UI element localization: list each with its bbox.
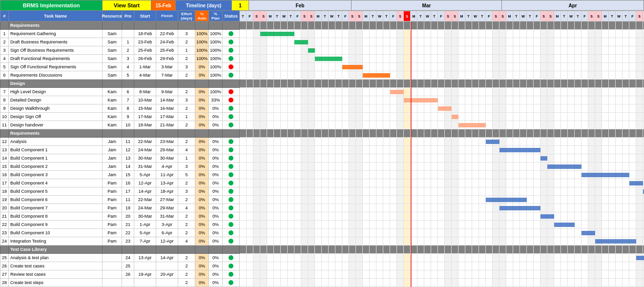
gantt-cell [383,121,390,129]
gantt-cell [335,270,342,279]
cell-task: Build Component 1 [9,146,103,154]
gantt-cell [629,171,636,179]
cell-task: Build Component 7 [9,204,103,212]
gantt-cell [602,221,609,229]
today-line [411,179,412,187]
gantt-cell [322,171,329,179]
gantt-cell [629,262,636,270]
gantt-cell [240,179,247,187]
gantt-cell [301,63,308,71]
gantt-cell [363,38,370,46]
gantt-cell [376,113,383,121]
gantt-cell [240,55,247,63]
gantt-cell [561,279,568,287]
cell-effort: 3 [178,63,195,71]
cell-effort: 2 [178,121,195,129]
gantt-cell [527,46,534,55]
gantt-cell [308,63,315,71]
gantt-bar [547,164,582,169]
gantt-cell [329,96,335,104]
gantt-cell [342,237,349,246]
cell-finish: 21-Mar [156,121,178,129]
today-line [411,88,412,96]
gantt-cell [322,163,329,171]
gantt-cell [472,113,479,121]
gantt-cell [438,129,445,138]
cell-finish: 27-Mar [156,196,178,204]
today-line [411,138,412,146]
gantt-cell [342,212,349,221]
gantt-cell [411,30,417,38]
gantt-cell [458,88,465,96]
gantt-cell [534,237,540,246]
gantt-cell [363,246,370,254]
gantt-cell [506,80,513,88]
gantt-cell [431,254,438,262]
gantt-cell [602,212,609,221]
today-line [411,154,412,163]
status-dot [229,106,233,111]
gantt-cell [260,129,267,138]
gantt-cell [520,88,527,96]
gantt-cell [616,204,623,212]
cell-status [223,204,240,212]
day-header-Apr-11: T [623,11,629,21]
gantt-cell [629,30,636,38]
gantt-cell [616,138,623,146]
gantt-cell [499,212,506,221]
gantt-cell [411,196,417,204]
gantt-cell [547,196,554,204]
gantt-cell [431,146,438,154]
gantt-cell [404,221,411,229]
gantt-cell [240,121,247,129]
gantt-data-row [240,121,644,129]
gantt-cell [575,154,582,163]
gantt-cell [397,104,404,113]
cell-start [134,262,156,270]
gantt-cell [288,229,294,237]
cell-finish: 14-Apr [156,254,178,262]
gantt-cell [397,212,404,221]
gantt-cell [513,221,520,229]
cell-finish: 20-Apr [156,270,178,279]
gantt-cell [315,63,322,71]
gantt-cell [363,163,370,171]
gantt-cell [445,129,452,138]
gantt-cell [349,171,356,179]
section-label: Requirements [9,21,103,30]
gantt-cell [370,221,376,229]
gantt-cell [636,96,643,104]
day-header-Feb-25: S [308,11,315,21]
gantt-cell [506,55,513,63]
gantt-cell [294,96,301,104]
cell-pct-act: 0% [195,262,209,270]
gantt-cell [472,221,479,229]
cell-pre: 24 [122,254,134,262]
gantt-cell [417,212,424,221]
cell-num: 3 [0,46,9,55]
cell-task: Requirements Discussions [9,71,103,80]
gantt-cell [247,63,253,71]
gantt-cell [486,96,493,104]
gantt-cell [623,179,629,187]
cell-num: 18 [0,187,9,196]
gantt-cell [390,55,397,63]
gantt-cell [465,38,472,46]
gantt-cell [486,55,493,63]
gantt-cell [629,204,636,212]
gantt-cell [465,279,472,287]
gantt-cell [527,30,534,38]
gantt-cell [260,138,267,146]
gantt-cell [240,104,247,113]
cell-num: 24 [0,237,9,246]
day-header-Mar-25: M [506,11,513,21]
day-header-Mar-6: W [376,11,383,21]
gantt-cell [363,270,370,279]
status-dot [229,264,233,268]
gantt-cell [376,96,383,104]
gantt-cell [404,270,411,279]
gantt-cell [315,163,322,171]
gantt-cell [479,254,486,262]
cell-pct-act: 0% [195,71,209,80]
gantt-cell [554,55,561,63]
